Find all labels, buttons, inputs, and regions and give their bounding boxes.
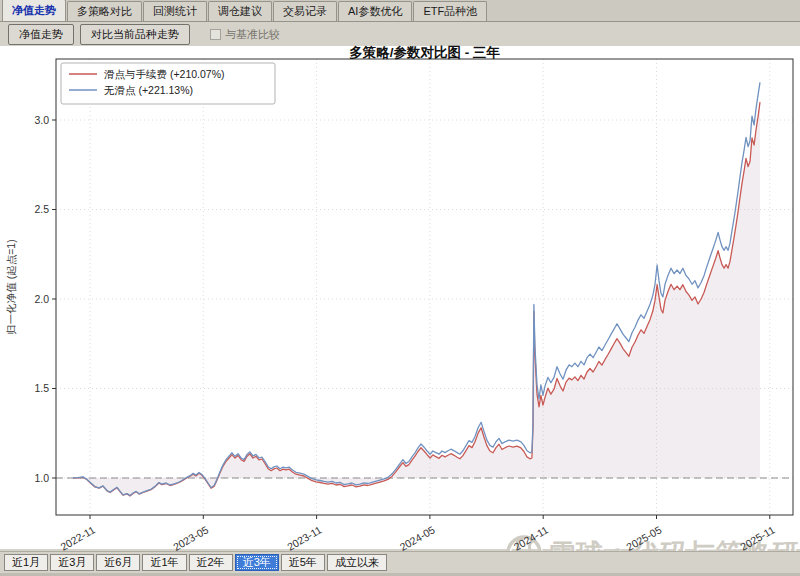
checkbox-icon[interactable]: [210, 29, 221, 40]
period-button-bar: 近1月近3月近6月近1年近2年近3年近5年成立以来: [0, 551, 800, 573]
legend-label-no-slippage: 无滑点 (+221.13%): [104, 84, 193, 96]
period-1y[interactable]: 近1年: [142, 554, 186, 571]
period-3y[interactable]: 近3年: [235, 554, 279, 571]
legend-label-slippage-fees: 滑点与手续费 (+210.07%): [104, 68, 225, 80]
y-tick-label: 2.0: [34, 293, 49, 305]
y-tick-label: 1.5: [34, 382, 49, 394]
period-6m[interactable]: 近6月: [96, 554, 140, 571]
top-tab-bar: 净值走势多策略对比回测统计调仓建议交易记录AI参数优化ETF品种池: [0, 0, 800, 22]
x-tick-label: 2022-11: [58, 523, 97, 552]
period-2y[interactable]: 近2年: [189, 554, 233, 571]
net-value-trend-button[interactable]: 净值走势: [8, 24, 74, 45]
period-3m[interactable]: 近3月: [50, 554, 94, 571]
tab-trade-records[interactable]: 交易记录: [273, 1, 337, 21]
y-axis-label: 归一化净值 (起点=1): [5, 239, 17, 334]
tab-etf-pool[interactable]: ETF品种池: [413, 1, 487, 21]
x-tick-label: 2023-11: [285, 523, 324, 552]
chart-figure: 雪球：代码与策略研究 雪球：代码与策略研究 1.01.52.02.53.0202…: [0, 46, 800, 549]
compare-benchmark-label: 与基准比较: [225, 27, 280, 42]
x-tick-label: 2024-05: [398, 523, 438, 553]
compare-benchmark-checkbox[interactable]: 与基准比较: [210, 27, 280, 42]
y-tick-label: 2.5: [34, 203, 49, 215]
chart-title: 多策略/参数对比图 - 三年: [349, 45, 500, 60]
chart-legend: 滑点与手续费 (+210.07%) 无滑点 (+221.13%): [61, 63, 275, 104]
period-1m[interactable]: 近1月: [4, 554, 48, 571]
tab-net-value-trend[interactable]: 净值走势: [2, 0, 66, 21]
compare-current-symbol-button[interactable]: 对比当前品种走势: [80, 24, 190, 45]
x-tick-label: 2023-05: [171, 523, 211, 553]
line-chart: 雪球：代码与策略研究 雪球：代码与策略研究 1.01.52.02.53.0202…: [0, 46, 800, 549]
app-window: 净值走势多策略对比回测统计调仓建议交易记录AI参数优化ETF品种池 净值走势 对…: [0, 0, 800, 576]
tab-multi-strategy-compare[interactable]: 多策略对比: [67, 1, 142, 21]
sub-toolbar: 净值走势 对比当前品种走势 与基准比较: [0, 22, 800, 46]
tab-rebalance-advice[interactable]: 调仓建议: [208, 1, 272, 21]
y-tick-label: 3.0: [34, 114, 49, 126]
tab-ai-param-optimize[interactable]: AI参数优化: [338, 1, 412, 21]
period-since-inception[interactable]: 成立以来: [327, 554, 387, 571]
y-tick-label: 1.0: [34, 472, 49, 484]
period-5y[interactable]: 近5年: [281, 554, 325, 571]
tab-backtest-stats[interactable]: 回测统计: [143, 1, 207, 21]
